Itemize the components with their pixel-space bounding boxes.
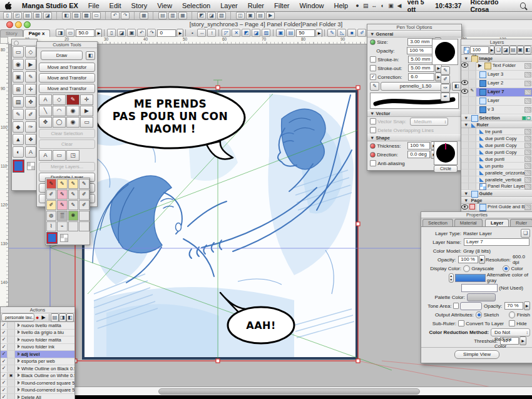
deselect-icon[interactable]: ✕ bbox=[232, 29, 240, 37]
input-menu-icon[interactable]: ▣ bbox=[387, 3, 395, 9]
action-row[interactable]: ✓Round-cornered square 5c... bbox=[1, 380, 74, 387]
fill-tool-icon[interactable]: ▲ bbox=[13, 134, 24, 145]
eye-icon[interactable] bbox=[461, 63, 468, 68]
timemachine-icon[interactable]: ◐ bbox=[378, 3, 386, 9]
sketch-radio[interactable] bbox=[476, 311, 483, 318]
grid-spinner[interactable]: ▶ bbox=[315, 29, 322, 38]
brush-preset[interactable]: ❋ bbox=[68, 211, 79, 221]
cursor-tool-icon[interactable]: ▶ bbox=[80, 106, 93, 116]
move-transform-button-1[interactable]: Move and Transfor bbox=[39, 63, 95, 72]
select-inverse-icon[interactable]: ◩ bbox=[242, 29, 250, 37]
brush-preset[interactable]: ✎ bbox=[68, 200, 79, 210]
tone-opacity-spinner[interactable]: ▶ bbox=[524, 301, 530, 310]
close-icon[interactable] bbox=[14, 41, 19, 46]
brush-preset[interactable] bbox=[68, 221, 79, 231]
zoom-field[interactable]: 50.0 bbox=[76, 29, 95, 37]
revert-icon[interactable]: ◪ bbox=[43, 12, 52, 19]
ruler-layer-row[interactable]: Panel Ruler Layer bbox=[461, 183, 532, 190]
color-reduction-popup[interactable]: Do Not Reduce Color bbox=[491, 328, 530, 336]
airbrush-tool-icon[interactable]: ❖ bbox=[25, 134, 36, 145]
action-row-selected[interactable]: ✓adj level bbox=[1, 351, 74, 358]
scrollbar-thumb[interactable] bbox=[158, 388, 420, 395]
tool-set-dropdown[interactable]: Draw bbox=[41, 51, 83, 60]
panel-view-icon-1[interactable]: ▤ bbox=[158, 12, 167, 19]
brush-preset[interactable]: ✎ bbox=[46, 179, 57, 189]
correction-checkbox[interactable]: ✓ bbox=[370, 74, 376, 80]
page-prev-icon[interactable]: ◪ bbox=[117, 29, 126, 37]
brush-preset[interactable] bbox=[79, 221, 90, 231]
stroke-out-checkbox[interactable] bbox=[370, 65, 376, 71]
simple-view-button[interactable]: Simple View bbox=[454, 350, 499, 359]
tab-close-icon[interactable]: x bbox=[42, 31, 44, 36]
window-layout-icon-3[interactable]: ▧ bbox=[217, 12, 226, 19]
menu-user[interactable]: Riccardo Crosa bbox=[465, 0, 518, 13]
brush-tool-icon[interactable]: ✑ bbox=[25, 121, 36, 133]
antialias-checkbox[interactable] bbox=[370, 160, 376, 166]
guide-toggle-icon[interactable]: ▤ bbox=[286, 29, 295, 37]
pencil-tool-icon[interactable]: ✎ bbox=[13, 109, 24, 120]
hand-tool-icon[interactable]: ✥ bbox=[39, 117, 52, 128]
action-row[interactable]: ✓nuovo folder ink bbox=[1, 344, 74, 351]
move-transform-button-3[interactable]: Move and Transfor bbox=[39, 84, 95, 93]
finish-radio[interactable] bbox=[509, 311, 516, 318]
curve-tool-icon[interactable]: ◠ bbox=[53, 106, 66, 116]
new-page-icon[interactable]: ▯ bbox=[107, 29, 116, 37]
magicwand-tool-icon[interactable]: ◉ bbox=[13, 59, 24, 70]
brush-preset[interactable]: ✐ bbox=[79, 189, 90, 200]
selection-tool-icon[interactable]: ▣ bbox=[13, 71, 24, 83]
magnifier-icon[interactable]: ◉ bbox=[66, 117, 79, 128]
brush-preset[interactable]: ◍ bbox=[46, 211, 57, 221]
tone-area-checkbox[interactable] bbox=[453, 303, 459, 309]
new-icon[interactable]: ▯ bbox=[3, 12, 12, 19]
menu-help[interactable]: Help bbox=[329, 2, 354, 9]
brush-preset[interactable]: ⌇ bbox=[46, 221, 57, 231]
action-row[interactable]: ✓▣Black Outline on White 0.5... bbox=[1, 373, 74, 380]
redo-icon[interactable]: ↷ bbox=[121, 12, 130, 19]
general-section-header[interactable]: ▼ General bbox=[367, 31, 461, 38]
pen-mode-icon[interactable]: ✎ bbox=[327, 29, 336, 37]
cut-icon[interactable]: ◧ bbox=[62, 12, 71, 19]
save-all-icon[interactable]: ▥ bbox=[33, 12, 42, 19]
fit-window-icon[interactable]: ◨ bbox=[56, 29, 64, 37]
fill-mode-icon[interactable]: ■ bbox=[347, 29, 356, 37]
foreground-color-swatch[interactable] bbox=[47, 233, 57, 243]
layers-zoom-spinner[interactable]: ▶ bbox=[489, 46, 495, 54]
action-row[interactable]: ✓Delete All bbox=[1, 394, 74, 399]
brush-preset[interactable]: ✐ bbox=[46, 189, 57, 200]
select-corner-icon[interactable]: ◸ bbox=[222, 29, 230, 37]
flip-vertical-icon[interactable]: ↕ bbox=[207, 29, 216, 37]
layer-row-v3[interactable]: v 3 bbox=[461, 106, 532, 114]
ruler-layer-row[interactable]: due punti Copy bbox=[461, 142, 532, 149]
menu-selection[interactable]: Selection bbox=[177, 2, 215, 9]
correction-field[interactable]: 6.0 bbox=[408, 73, 434, 81]
tab-ruler[interactable]: Ruler bbox=[510, 219, 532, 226]
window-layout-icon-2[interactable]: ◪ bbox=[207, 12, 216, 19]
undo-icon[interactable]: ↶ bbox=[111, 12, 120, 19]
rotation-spinner[interactable]: ▶ bbox=[176, 29, 183, 38]
page-layer-row-print-guide[interactable]: Print Guide and Basic... bbox=[461, 204, 532, 211]
layer-row-layer2[interactable]: Layer 2 bbox=[461, 79, 532, 88]
menu-clock-date[interactable]: ven 5 ott bbox=[404, 0, 436, 13]
ruler-layer-row[interactable]: parallele_orizzontali bbox=[461, 169, 532, 176]
action-row[interactable]: ✓livello da grigio a blu bbox=[1, 330, 74, 337]
eye-icon[interactable] bbox=[461, 80, 468, 85]
rotate-ccw-icon[interactable]: ↶ bbox=[137, 29, 146, 37]
zoom-spinner[interactable]: ▶ bbox=[95, 29, 102, 38]
marker-tool-icon[interactable]: ✐ bbox=[25, 109, 36, 120]
pencil-mode-icon[interactable]: ✐ bbox=[357, 29, 366, 37]
actions-title[interactable]: Actions bbox=[1, 307, 74, 313]
ruler-layer-row[interactable]: un punto bbox=[461, 163, 532, 169]
pressure-opacity-icon[interactable]: ✐ bbox=[441, 75, 450, 84]
eye-icon[interactable] bbox=[461, 205, 468, 210]
layer-type-icon[interactable]: ❏ bbox=[521, 229, 530, 238]
marquee-icon[interactable]: ▭ bbox=[80, 117, 93, 128]
ruler-mode-icon[interactable]: ◺ bbox=[337, 29, 346, 37]
stroke-in-checkbox[interactable] bbox=[370, 56, 376, 63]
brush-preset[interactable]: ✎ bbox=[57, 200, 68, 210]
select-pattern-icon[interactable]: ▨ bbox=[262, 29, 270, 37]
white-color-swatch[interactable] bbox=[461, 284, 498, 292]
record-icon[interactable]: ● bbox=[34, 315, 40, 321]
ruler-layer-row[interactable]: due punti Copy bbox=[461, 149, 532, 156]
delete-action-icon[interactable]: ◨ bbox=[59, 313, 66, 322]
tab-material[interactable]: Material bbox=[454, 219, 483, 226]
